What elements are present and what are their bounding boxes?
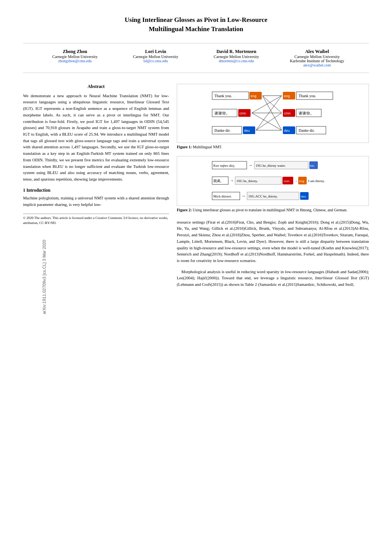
figure-1-container: Thank you. eng 谢谢你。 cmn Danke dir. deu (177, 84, 369, 150)
svg-text:Danke dir.: Danke dir. (299, 128, 315, 133)
section1-heading: 1 Introduction (23, 188, 169, 192)
figure-2-container: Kuv nqhes diej. → 1SG be_thirsty water. … (177, 156, 369, 213)
svg-text:cmn: cmn (284, 179, 289, 183)
author-4-email: alex@waibel.com (277, 63, 357, 67)
author-2-affil: Carnegie Mellon University (115, 55, 196, 59)
abstract-title: Abstract (23, 84, 169, 90)
svg-text:→: → (230, 178, 234, 183)
figure-1: Thank you. eng 谢谢你。 cmn Danke dir. deu (177, 84, 369, 143)
author-3-affil: Carnegie Mellon University (196, 55, 277, 59)
svg-line-19 (256, 113, 282, 130)
right-column: Thank you. eng 谢谢你。 cmn Danke dir. deu (177, 84, 369, 288)
author-1-name: Zhong Zhou (35, 49, 115, 55)
svg-text:→: → (248, 163, 252, 168)
figure-1-caption: Figure 1: Multilingual NMT. (177, 144, 369, 150)
svg-text:1SG be_thirsty.: 1SG be_thirsty. (236, 179, 258, 183)
figure-2-svg: Kuv nqhes diej. → 1SG be_thirsty water. … (180, 159, 365, 202)
author-1: Zhong Zhou Carnegie Mellon University zh… (35, 49, 115, 67)
svg-text:blu: blu (310, 164, 314, 168)
authors-row: Zhong Zhou Carnegie Mellon University zh… (23, 43, 369, 73)
svg-text:eng: eng (284, 94, 290, 98)
svg-text:I am thirsty.: I am thirsty. (308, 179, 325, 183)
figure-1-svg: Thank you. eng 谢谢你。 cmn Danke dir. deu (181, 88, 365, 138)
footnote: © 2020 The authors. This article is lice… (23, 214, 169, 225)
svg-text:deu: deu (244, 129, 250, 133)
svg-text:Thank you.: Thank you. (299, 94, 316, 98)
author-3-email: dmortens@cs.cmu.edu (196, 59, 277, 63)
author-3-name: David R. Mortensen (196, 49, 277, 55)
author-4-affil2: Karlsruhe Institute of Technology (277, 59, 357, 63)
svg-text:我渴。: 我渴。 (213, 179, 224, 183)
svg-text:谢谢你。: 谢谢你。 (299, 111, 314, 115)
paper-title: Using Interlinear Glosses as Pivot in Lo… (23, 15, 369, 34)
section1-text: Machine polyglotism, training a universa… (23, 195, 169, 207)
svg-text:cmn: cmn (284, 111, 291, 115)
svg-text:deu: deu (301, 195, 306, 198)
arxiv-stamp: arXiv:1911.02709v3 [cs.CL] 3 Mar 2020 (42, 240, 47, 314)
svg-line-13 (262, 96, 282, 113)
two-col-layout: Abstract We demonstrate a new approach t… (23, 84, 369, 288)
svg-text:Kuv nqhes diej.: Kuv nqhes diej. (213, 164, 235, 168)
right-col-text1: resource settings (Firat et al.(2016)Fir… (177, 219, 369, 264)
svg-text:谢谢你。: 谢谢你。 (214, 111, 230, 115)
abstract-text: We demonstrate a new approach to Neural … (23, 93, 169, 182)
svg-text:1SG.ACC be_thirsty.: 1SG.ACC be_thirsty. (248, 194, 278, 198)
figure-2-caption: Figure 2: Using interlinear glosses as p… (177, 207, 369, 213)
svg-text:Thank you.: Thank you. (214, 94, 232, 98)
svg-text:eng: eng (299, 179, 304, 183)
svg-text:Mich dürstet.: Mich dürstet. (213, 194, 232, 198)
author-4: Alex Waibel Carnegie Mellon University K… (277, 49, 357, 67)
author-4-name: Alex Waibel (277, 49, 357, 55)
svg-text:→: → (294, 179, 297, 183)
svg-text:→: → (241, 194, 246, 198)
svg-text:eng: eng (251, 94, 256, 98)
author-4-affil1: Carnegie Mellon University (277, 55, 357, 59)
author-2: Lori Levin Carnegie Mellon University ls… (115, 49, 196, 67)
svg-text:cmn: cmn (239, 111, 246, 115)
figure-2: Kuv nqhes diej. → 1SG be_thirsty water. … (177, 156, 369, 206)
right-col-text2: Morphological analysis is useful in redu… (177, 269, 369, 288)
svg-text:deu: deu (284, 129, 290, 133)
svg-text:Danke dir.: Danke dir. (214, 128, 231, 133)
author-1-email: zhongzhou@cmu.edu (35, 59, 115, 63)
svg-text:1SG be_thirsty water.: 1SG be_thirsty water. (256, 164, 286, 168)
author-2-email: lsl@cs.cmu.edu (115, 59, 196, 63)
author-2-name: Lori Levin (115, 49, 196, 55)
author-3: David R. Mortensen Carnegie Mellon Unive… (196, 49, 277, 67)
author-1-affil: Carnegie Mellon University (35, 55, 115, 59)
